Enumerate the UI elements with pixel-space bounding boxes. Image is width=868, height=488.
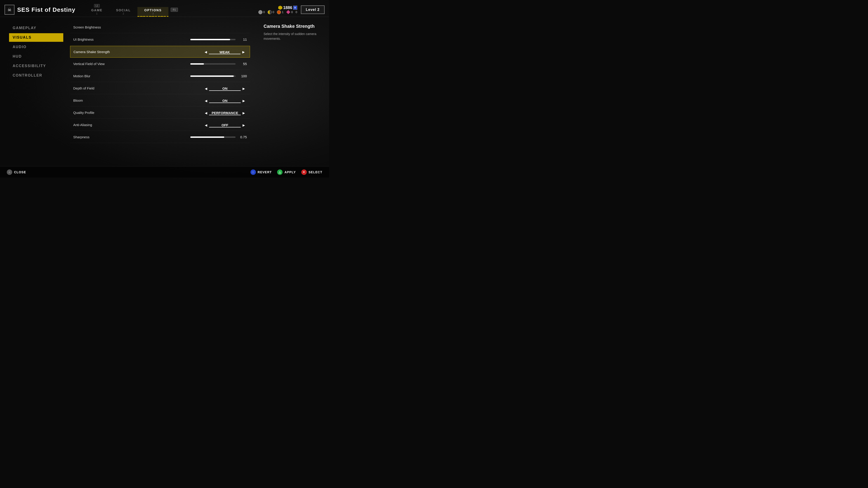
- apply-button[interactable]: △ APPLY: [277, 169, 296, 175]
- footer-left: ○ CLOSE: [7, 169, 26, 175]
- vfov-control: 55: [141, 62, 247, 66]
- resource-group-2: 0: [268, 10, 274, 14]
- setting-ui-brightness-label: UI Brightness: [73, 37, 141, 41]
- setting-anti-aliasing[interactable]: Anti-Aliasing ◀ OFF ▶: [70, 119, 250, 131]
- anti-aliasing-control: ◀ OFF ▶: [141, 123, 247, 127]
- header-right: 1886 R 0 0 1 0: [258, 5, 324, 14]
- camera-shake-control: ◀ WEAK ▶: [141, 49, 247, 54]
- motion-blur-value: 100: [238, 74, 247, 78]
- level-badge: Level 2: [301, 5, 324, 14]
- select-icon: ✕: [301, 169, 307, 175]
- resource-icon-2: [268, 10, 272, 14]
- sidebar: GAMEPLAY VISUALS AUDIO HUD ACCESSIBILITY…: [0, 17, 63, 166]
- revert-button[interactable]: □ REVERT: [250, 169, 272, 175]
- resource-group-4: 0: [286, 10, 293, 14]
- resource-icon-4: [286, 10, 290, 14]
- setting-motion-blur[interactable]: Motion Blur 100: [70, 70, 250, 82]
- sidebar-item-gameplay[interactable]: GAMEPLAY: [9, 24, 63, 32]
- tab-social[interactable]: SOCIAL 2: [109, 7, 137, 17]
- apply-icon: △: [277, 169, 283, 175]
- camera-shake-right-arrow[interactable]: ▶: [241, 49, 247, 55]
- select-button[interactable]: ✕ SELECT: [301, 169, 322, 175]
- ui-brightness-slider-bar[interactable]: [190, 39, 236, 40]
- sharpness-slider-bar[interactable]: [190, 136, 236, 138]
- settings-content: Screen Brightness UI Brightness 11 Camer…: [63, 17, 257, 166]
- vfov-slider-fill: [190, 63, 204, 65]
- motion-blur-slider-bar[interactable]: [190, 75, 236, 77]
- header: ☠ SES Fist of Destiny L1 GAME 1 SOCIAL 2…: [0, 0, 329, 17]
- footer: ○ CLOSE □ REVERT △ APPLY ✕ SELECT: [0, 166, 329, 177]
- setting-quality-profile[interactable]: Quality Profile ◀ PERFORMANCE ▶: [70, 107, 250, 119]
- vfov-slider-bar[interactable]: [190, 63, 236, 65]
- quality-profile-right-arrow[interactable]: ▶: [241, 110, 247, 116]
- setting-sharpness[interactable]: Sharpness 0.75: [70, 131, 250, 143]
- tab-social-num: 2: [123, 12, 124, 15]
- dof-left-arrow[interactable]: ◀: [203, 86, 209, 91]
- setting-vfov[interactable]: Vertical Field of View 55: [70, 58, 250, 70]
- motion-blur-control: 100: [141, 74, 247, 78]
- main-content: GAMEPLAY VISUALS AUDIO HUD ACCESSIBILITY…: [0, 17, 329, 166]
- ship-name: SES Fist of Destiny: [17, 6, 75, 13]
- sidebar-item-accessibility[interactable]: ACCESSIBILITY: [9, 62, 63, 70]
- sidebar-item-hud[interactable]: HUD: [9, 52, 63, 61]
- close-button[interactable]: ○ CLOSE: [7, 169, 26, 175]
- tab-options-label: OPTIONS: [144, 8, 162, 12]
- currency-special-icon: R: [293, 6, 297, 10]
- resource-val-5: 0: [296, 10, 297, 14]
- sharpness-value: 0.75: [238, 135, 247, 139]
- apply-label: APPLY: [284, 170, 296, 174]
- motion-blur-slider-fill: [190, 75, 234, 77]
- dof-underline: [209, 90, 241, 91]
- sidebar-item-controller[interactable]: CONTROLLER: [9, 71, 63, 80]
- footer-right: □ REVERT △ APPLY ✕ SELECT: [250, 169, 322, 175]
- anti-aliasing-right-arrow[interactable]: ▶: [241, 123, 247, 128]
- anti-aliasing-underline: [209, 127, 241, 127]
- dof-right-arrow[interactable]: ▶: [241, 86, 247, 91]
- bloom-left-arrow[interactable]: ◀: [203, 98, 209, 103]
- anti-aliasing-value: OFF: [211, 123, 239, 127]
- setting-ui-brightness[interactable]: UI Brightness 11: [70, 34, 250, 45]
- tab-game-controller: L1: [94, 4, 100, 7]
- quality-profile-left-arrow[interactable]: ◀: [203, 110, 209, 116]
- camera-shake-value: WEAK: [211, 50, 238, 54]
- nav-tabs: L1 GAME 1 SOCIAL 2 OPTIONS 3 R1: [84, 3, 258, 17]
- anti-aliasing-left-arrow[interactable]: ◀: [203, 123, 209, 128]
- setting-camera-shake[interactable]: Camera Shake Strength ◀ WEAK ▶: [70, 46, 250, 58]
- sidebar-item-audio[interactable]: AUDIO: [9, 43, 63, 51]
- bloom-value: ON: [211, 99, 239, 103]
- sidebar-item-visuals[interactable]: VISUALS: [9, 33, 63, 42]
- camera-shake-underline: [209, 54, 241, 54]
- resource-val-3: 1: [282, 10, 283, 14]
- resource-group-3: 1: [277, 10, 283, 14]
- resource-group-5: 0: [296, 10, 297, 14]
- quality-profile-value: PERFORMANCE: [211, 111, 239, 115]
- bloom-right-arrow[interactable]: ▶: [241, 98, 247, 103]
- tab-active-stripe: [137, 16, 168, 17]
- currency-value: 1886: [283, 5, 292, 10]
- dof-control: ◀ ON ▶: [141, 86, 247, 91]
- tab-r1-badge: R1: [170, 8, 178, 12]
- revert-label: REVERT: [258, 170, 272, 174]
- setting-motion-blur-label: Motion Blur: [73, 74, 141, 78]
- tab-game-num: 1: [96, 12, 98, 15]
- setting-anti-aliasing-label: Anti-Aliasing: [73, 123, 141, 127]
- camera-shake-left-arrow[interactable]: ◀: [203, 49, 209, 55]
- resource-icon-1: [258, 10, 262, 14]
- setting-dof[interactable]: Depth of Field ◀ ON ▶: [70, 83, 250, 94]
- logo-icon: ☠: [4, 5, 14, 15]
- vfov-value: 55: [238, 62, 247, 66]
- setting-screen-brightness[interactable]: Screen Brightness: [70, 22, 250, 33]
- quality-profile-control: ◀ PERFORMANCE ▶: [141, 110, 247, 115]
- setting-vfov-label: Vertical Field of View: [73, 62, 141, 66]
- quality-profile-underline: [209, 115, 241, 115]
- resource-val-1: 0: [264, 10, 265, 14]
- tab-options[interactable]: OPTIONS 3: [137, 7, 168, 17]
- tab-game[interactable]: L1 GAME 1: [84, 3, 109, 17]
- setting-bloom[interactable]: Bloom ◀ ON ▶: [70, 95, 250, 106]
- close-icon: ○: [7, 169, 12, 175]
- ui-brightness-control: 11: [141, 37, 247, 41]
- bloom-control: ◀ ON ▶: [141, 98, 247, 103]
- bloom-underline: [209, 103, 241, 103]
- sharpness-slider-fill: [190, 136, 224, 138]
- sharpness-control: 0.75: [141, 135, 247, 139]
